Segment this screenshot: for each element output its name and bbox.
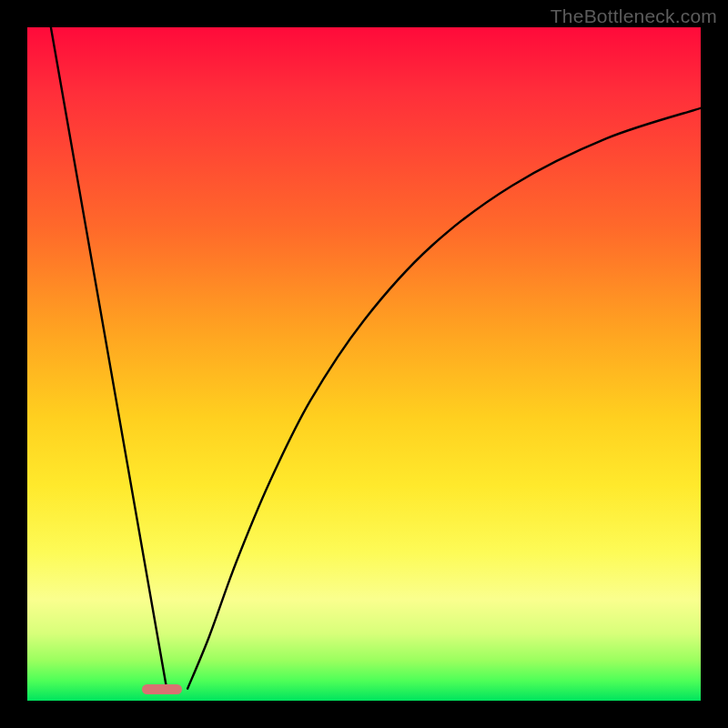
plot-area [27,27,701,701]
left-branch-line [51,27,167,689]
chart-frame: TheBottleneck.com [0,0,728,728]
watermark-text: TheBottleneck.com [551,5,717,27]
curve-layer [27,27,701,701]
right-branch-line [187,108,701,689]
range-marker [142,684,182,694]
